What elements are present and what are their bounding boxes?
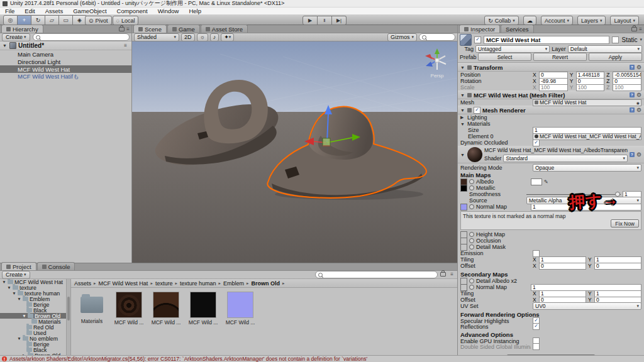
secondary-normal-swatch[interactable] [460, 284, 467, 291]
tab-console[interactable]: Console [37, 262, 75, 270]
mesh-renderer-component-header[interactable]: ▼ Mesh Renderer ?⚙ [458, 106, 644, 114]
foldout-open-icon[interactable]: ▼ [460, 65, 465, 70]
mesh-renderer-enabled-checkbox[interactable] [474, 107, 480, 114]
tree-scrollbar[interactable] [66, 279, 70, 355]
step-button[interactable]: ▶| [332, 16, 347, 25]
texture-slot-icon[interactable] [469, 204, 474, 209]
tab-scene[interactable]: Scene [133, 25, 167, 33]
menu-assets[interactable]: Assets [40, 8, 69, 14]
detail-mask-swatch[interactable] [460, 244, 467, 251]
lighting-foldout[interactable]: ▶ Lighting [458, 114, 644, 121]
asset-texture-3[interactable]: MCF Wild ... [187, 292, 219, 326]
tag-dropdown[interactable]: Untagged ▾ [475, 45, 550, 53]
scene-search[interactable] [419, 33, 455, 41]
scene-effects-dropdown[interactable]: ✦ ▾ [221, 33, 234, 41]
asset-texture-4-normal-map[interactable]: MCF Wild ... [225, 292, 256, 326]
help-icon[interactable]: ? [630, 152, 635, 157]
tab-game[interactable]: Game [167, 25, 200, 33]
normal-map-swatch[interactable] [460, 204, 467, 211]
hierarchy-search[interactable] [33, 33, 130, 41]
cloud-button[interactable]: ☁ [523, 16, 536, 25]
pan-tool-button[interactable]: ◎ [3, 15, 18, 25]
local-toggle[interactable]: ◌ Local [113, 16, 139, 25]
scene-lighting-toggle[interactable]: ☼ [197, 33, 208, 41]
scrollbar-thumb[interactable] [67, 297, 70, 321]
tab-asset-store[interactable]: Asset Store [201, 25, 248, 33]
texture-slot-icon[interactable] [469, 179, 474, 184]
gameobject-name-field[interactable]: MCF Wild West Hat [484, 36, 609, 44]
gizmo-center-handle[interactable] [323, 138, 330, 146]
static-checkbox[interactable] [612, 36, 619, 43]
gear-icon[interactable]: ⚙ [636, 107, 641, 113]
hierarchy-item-directional-light[interactable]: Directional Light [0, 58, 131, 65]
texture-slot-icon[interactable] [469, 185, 474, 190]
account-dropdown[interactable]: Account ▾ [541, 16, 573, 25]
hierarchy-create-button[interactable]: Create ▾ [2, 33, 30, 41]
hierarchy-item-mcf-wild-west-hat-prefab[interactable]: MCF Wild West Hatifも [0, 73, 131, 80]
scale-tool-button[interactable]: ▱ [45, 15, 59, 25]
lock-icon[interactable] [631, 27, 637, 31]
texture-slot-icon[interactable] [469, 244, 474, 250]
tab-project[interactable]: Project [1, 262, 36, 270]
gizmos-dropdown[interactable]: Gizmos ▾ [387, 33, 417, 41]
menu-component[interactable]: Component [112, 8, 153, 14]
fix-now-button[interactable]: Fix Now [611, 219, 639, 228]
menu-file[interactable]: File [0, 8, 19, 14]
gear-icon[interactable]: ⚙ [636, 92, 641, 98]
perspective-label[interactable]: Persp [431, 73, 444, 79]
hierarchy-item-main-camera[interactable]: Main Camera [0, 50, 131, 58]
status-bar[interactable]: ! Assets/arktoon Shaders/Editor/ArktoonM… [0, 355, 644, 362]
breadcrumb-brown-old[interactable]: Brown Old [252, 280, 280, 287]
texture-slot-icon[interactable] [469, 232, 474, 237]
texture-slot-icon[interactable] [469, 285, 474, 290]
rendering-mode-dropdown[interactable]: Opaque ▾ [533, 164, 641, 172]
scale-y-field[interactable]: 100 [576, 84, 605, 91]
dynamic-occluded-checkbox[interactable] [533, 140, 540, 146]
breadcrumb-assets[interactable]: Assets [74, 280, 91, 287]
texture-slot-icon[interactable] [469, 278, 474, 283]
collab-dropdown[interactable]: ↻ Collab ▾ [484, 16, 519, 25]
panel-menu-icon[interactable]: ≡ [639, 26, 642, 32]
material-header[interactable]: ▼ MCF Wild West Hat_MCF Wild West Hat_Al… [458, 146, 644, 163]
layer-dropdown[interactable]: Default ▾ [568, 45, 642, 53]
hierarchy-item-mcf-wild-west-hat[interactable]: MCF Wild West Hat [0, 65, 131, 73]
rotate-tool-button[interactable]: ↻ [31, 15, 45, 25]
foldout-open-icon[interactable]: ▼ [460, 153, 465, 157]
move-tool-button[interactable]: + [18, 15, 31, 25]
asset-texture-2[interactable]: MCF Wild ... [150, 292, 182, 326]
foldout-open-icon[interactable]: ▼ [460, 108, 465, 112]
gizmo-center[interactable] [435, 58, 439, 62]
element0-material-field[interactable]: MCF Wild West Hat_MCF Wild West Hat_Albe… [533, 133, 641, 140]
materials-foldout[interactable]: ▼ Materials [458, 121, 644, 127]
help-icon[interactable]: ? [630, 107, 635, 112]
mesh-filter-component-header[interactable]: ▼ MCF Wild West Hat (Mesh Filter) ?⚙ [458, 90, 644, 99]
panel-menu-icon[interactable]: ≡ [126, 26, 130, 32]
prefab-select-button[interactable]: Select [478, 53, 531, 61]
help-icon[interactable]: ? [630, 65, 635, 70]
pivot-toggle[interactable]: ⊙ Pivot [85, 16, 112, 25]
play-button[interactable]: ▶ [303, 16, 318, 25]
gear-icon[interactable]: ⚙ [636, 151, 641, 158]
scene-audio-toggle[interactable]: ♪ [210, 33, 219, 41]
hierarchy-search-input[interactable] [42, 35, 126, 40]
tab-inspector[interactable]: Inspector [459, 25, 500, 33]
gear-icon[interactable]: ⚙ [636, 64, 641, 70]
layout-dropdown[interactable]: Layout ▾ [610, 16, 639, 25]
tab-services[interactable]: Services [501, 25, 533, 33]
project-search[interactable] [315, 271, 438, 278]
double-sided-gi-checkbox[interactable] [533, 343, 540, 350]
metallic-texture-swatch[interactable] [460, 185, 467, 192]
scale-z-field[interactable]: 100 [613, 84, 641, 91]
chevron-down-icon[interactable]: ▾ [640, 37, 642, 42]
transform-component-header[interactable]: ▼ Transform ?⚙ [458, 63, 644, 72]
breadcrumb-emblem[interactable]: Emblem [223, 280, 244, 287]
project-create-button[interactable]: Create ▾ [2, 271, 30, 279]
scale-x-field[interactable]: 100 [539, 84, 568, 91]
uv-set-dropdown[interactable]: UV0 ▾ [533, 302, 641, 310]
tab-hierarchy[interactable]: Hierarchy [1, 25, 43, 33]
foldout-closed-icon[interactable]: ▶ [460, 115, 465, 120]
active-checkbox[interactable] [474, 36, 481, 43]
foldout-open-icon[interactable]: ▼ [460, 122, 465, 126]
layers-dropdown[interactable]: Layers ▾ [577, 16, 606, 25]
foldout-open-icon[interactable]: ▼ [3, 43, 8, 48]
